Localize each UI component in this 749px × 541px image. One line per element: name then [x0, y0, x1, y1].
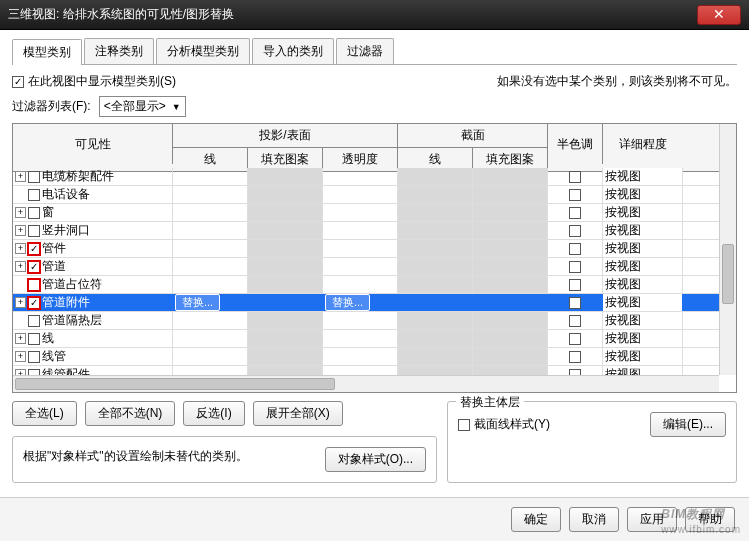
- sec-fill-cell[interactable]: [473, 348, 548, 365]
- cancel-button[interactable]: 取消: [569, 507, 619, 532]
- detail-cell[interactable]: 按视图: [603, 348, 683, 365]
- proj-line-cell[interactable]: [173, 168, 248, 185]
- visibility-checkbox[interactable]: [28, 207, 40, 219]
- sec-fill-cell[interactable]: [473, 294, 548, 311]
- sec-fill-cell[interactable]: [473, 186, 548, 203]
- invert-button[interactable]: 反选(I): [183, 401, 244, 426]
- visibility-checkbox[interactable]: [28, 351, 40, 363]
- object-styles-button[interactable]: 对象样式(O)...: [325, 447, 426, 472]
- proj-line-cell[interactable]: [173, 276, 248, 293]
- expand-icon[interactable]: +: [15, 261, 26, 272]
- table-row[interactable]: 管道占位符按视图: [13, 276, 719, 294]
- sec-fill-cell[interactable]: [473, 168, 548, 185]
- horizontal-scrollbar[interactable]: [13, 375, 719, 392]
- close-button[interactable]: ✕: [697, 5, 741, 25]
- halftone-checkbox[interactable]: [569, 171, 581, 183]
- proj-line-cell[interactable]: [173, 366, 248, 375]
- detail-cell[interactable]: 按视图: [603, 204, 683, 221]
- filter-select[interactable]: <全部显示> ▼: [99, 96, 186, 117]
- halftone-cell[interactable]: [548, 222, 603, 239]
- proj-fill-cell[interactable]: [248, 366, 323, 375]
- sec-line-cell[interactable]: [398, 330, 473, 347]
- detail-cell[interactable]: 按视图: [603, 168, 683, 185]
- proj-fill-cell[interactable]: [248, 258, 323, 275]
- detail-cell[interactable]: 按视图: [603, 258, 683, 275]
- tab-0[interactable]: 模型类别: [12, 39, 82, 65]
- detail-cell[interactable]: 按视图: [603, 186, 683, 203]
- visibility-checkbox[interactable]: [28, 315, 40, 327]
- apply-button[interactable]: 应用: [627, 507, 677, 532]
- proj-fill-cell[interactable]: [248, 204, 323, 221]
- halftone-checkbox[interactable]: [569, 279, 581, 291]
- tab-2[interactable]: 分析模型类别: [156, 38, 250, 64]
- table-row[interactable]: +电缆桥架配件按视图: [13, 168, 719, 186]
- scroll-thumb[interactable]: [722, 244, 734, 304]
- hscroll-thumb[interactable]: [15, 378, 335, 390]
- expand-icon[interactable]: +: [15, 333, 26, 344]
- proj-trans-cell[interactable]: [323, 186, 398, 203]
- proj-trans-cell[interactable]: [323, 222, 398, 239]
- expand-icon[interactable]: +: [15, 207, 26, 218]
- select-none-button[interactable]: 全部不选(N): [85, 401, 176, 426]
- halftone-cell[interactable]: [548, 186, 603, 203]
- proj-trans-cell[interactable]: [323, 312, 398, 329]
- halftone-checkbox[interactable]: [569, 189, 581, 201]
- edit-button[interactable]: 编辑(E)...: [650, 412, 726, 437]
- halftone-checkbox[interactable]: [569, 297, 581, 309]
- sec-line-cell[interactable]: [398, 276, 473, 293]
- override-button[interactable]: 替换...: [325, 294, 370, 311]
- visibility-checkbox[interactable]: [28, 225, 40, 237]
- sec-line-cell[interactable]: [398, 348, 473, 365]
- expand-icon[interactable]: +: [15, 243, 26, 254]
- proj-fill-cell[interactable]: [248, 294, 323, 311]
- sec-line-cell[interactable]: [398, 204, 473, 221]
- detail-cell[interactable]: 按视图: [603, 240, 683, 257]
- visibility-checkbox[interactable]: ✓: [28, 297, 40, 309]
- visibility-checkbox[interactable]: [28, 279, 40, 291]
- sec-line-cell[interactable]: [398, 240, 473, 257]
- detail-cell[interactable]: 按视图: [603, 312, 683, 329]
- halftone-cell[interactable]: [548, 330, 603, 347]
- halftone-cell[interactable]: [548, 204, 603, 221]
- halftone-checkbox[interactable]: [569, 243, 581, 255]
- proj-line-cell[interactable]: [173, 330, 248, 347]
- sec-fill-cell[interactable]: [473, 312, 548, 329]
- visibility-checkbox[interactable]: ✓: [28, 261, 40, 273]
- override-button[interactable]: 替换...: [175, 294, 220, 311]
- halftone-cell[interactable]: [548, 276, 603, 293]
- proj-trans-cell[interactable]: 替换...: [323, 294, 398, 311]
- halftone-checkbox[interactable]: [569, 207, 581, 219]
- sec-line-cell[interactable]: [398, 294, 473, 311]
- sec-fill-cell[interactable]: [473, 330, 548, 347]
- table-row[interactable]: +✓管件按视图: [13, 240, 719, 258]
- table-row[interactable]: +窗按视图: [13, 204, 719, 222]
- table-row[interactable]: +✓管道按视图: [13, 258, 719, 276]
- halftone-cell[interactable]: [548, 240, 603, 257]
- sec-line-cell[interactable]: [398, 258, 473, 275]
- help-button[interactable]: 帮助: [685, 507, 735, 532]
- sec-line-cell[interactable]: [398, 312, 473, 329]
- vertical-scrollbar[interactable]: [719, 124, 736, 375]
- halftone-checkbox[interactable]: [569, 315, 581, 327]
- proj-trans-cell[interactable]: [323, 276, 398, 293]
- table-row[interactable]: +线管配件按视图: [13, 366, 719, 375]
- proj-trans-cell[interactable]: [323, 204, 398, 221]
- halftone-checkbox[interactable]: [569, 351, 581, 363]
- tab-4[interactable]: 过滤器: [336, 38, 394, 64]
- visibility-checkbox[interactable]: [28, 333, 40, 345]
- proj-fill-cell[interactable]: [248, 348, 323, 365]
- proj-trans-cell[interactable]: [323, 168, 398, 185]
- proj-trans-cell[interactable]: [323, 330, 398, 347]
- proj-fill-cell[interactable]: [248, 312, 323, 329]
- proj-line-cell[interactable]: [173, 312, 248, 329]
- halftone-checkbox[interactable]: [569, 225, 581, 237]
- proj-trans-cell[interactable]: [323, 240, 398, 257]
- proj-trans-cell[interactable]: [323, 258, 398, 275]
- tab-1[interactable]: 注释类别: [84, 38, 154, 64]
- ok-button[interactable]: 确定: [511, 507, 561, 532]
- section-style-checkbox[interactable]: [458, 419, 470, 431]
- proj-trans-cell[interactable]: [323, 366, 398, 375]
- sec-line-cell[interactable]: [398, 222, 473, 239]
- expand-all-button[interactable]: 展开全部(X): [253, 401, 343, 426]
- proj-line-cell[interactable]: [173, 186, 248, 203]
